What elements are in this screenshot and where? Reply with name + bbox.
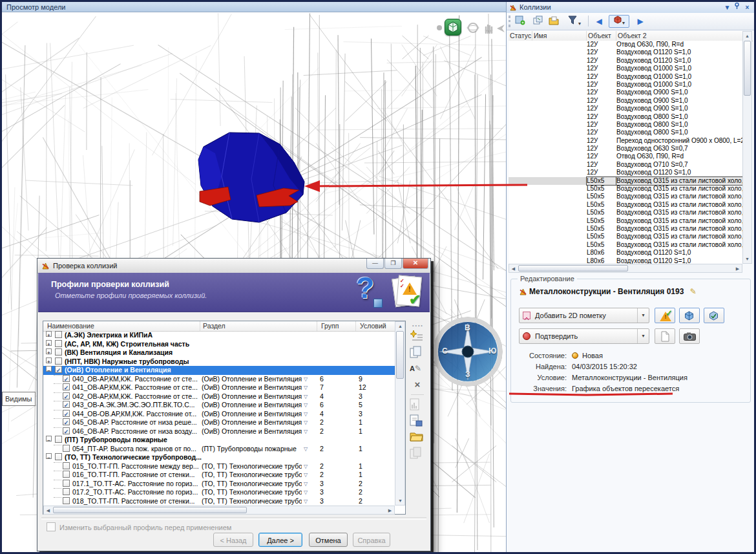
profiles-hscrollbar[interactable]: ◀ ▶	[43, 506, 395, 515]
collision-row[interactable]: Металлоконс12УВоздуховод O1120 S=1,0	[509, 57, 742, 65]
collision-row[interactable]: Металлоконс12УВоздуховод O1000 S=1,0	[509, 73, 742, 81]
modify-profile-checkbox[interactable]: Изменить выбранный профиль перед примене…	[47, 522, 231, 531]
close-button[interactable]: ✕	[403, 259, 428, 269]
col-conditions[interactable]: Условий	[356, 321, 395, 331]
profile-checkbox[interactable]	[55, 357, 62, 365]
collision-row[interactable]: МеталлоконсL50x5Воздуховод O315 из стали…	[509, 193, 742, 200]
profile-checkbox[interactable]	[55, 348, 62, 356]
profile-checkbox[interactable]: ✓	[63, 427, 70, 434]
highlight-all-icon[interactable]: ▾	[609, 15, 629, 28]
profiles-vscrollbar[interactable]: ▲ ▼	[395, 321, 405, 506]
import-profile-icon[interactable]	[410, 447, 425, 461]
profile-checkbox[interactable]: ✓	[63, 401, 70, 408]
profile-group-row[interactable]: +(А.ЭК) Электрика и КИПиА	[43, 331, 395, 340]
col-status[interactable]: Статус	[509, 31, 532, 41]
profile-checkbox[interactable]: ✓	[55, 366, 62, 373]
profile-row[interactable]: ✓043_ОВ-А.ЭК.ЭМ.ЭС.ЭО.ПТ.ВК.ТО.С...(ОиВ)…	[43, 401, 395, 410]
profile-row[interactable]: ✓044_ОВ-ОВ.АР,КМ,КЖ. Расстояние от...(Ои…	[43, 410, 395, 419]
collisions-vscrollbar[interactable]: ▲ ▼	[742, 31, 752, 264]
profile-row[interactable]: ✓040_ОВ-АР,КМ,КЖ. Расстояние от сте...(О…	[43, 375, 395, 384]
collision-row[interactable]: Металлоконс12УОтвод O630, П90, R=d	[509, 41, 742, 48]
cursor-dot-icon[interactable]	[436, 24, 443, 32]
isolate-cube-icon[interactable]	[679, 308, 700, 323]
collision-row[interactable]: Металлоконс12УВоздуховод O1120 S=1,0	[509, 169, 742, 176]
collision-row[interactable]: МеталлоконсL50x5Воздуховод O315 из стали…	[509, 177, 742, 185]
profile-checkbox[interactable]: ✓	[63, 392, 70, 400]
profile-checkbox[interactable]: ✓	[63, 418, 70, 425]
collision-row[interactable]: Металлоконс12УВоздуховод O1120 S=1,0	[509, 48, 742, 56]
add-viewpoint-icon[interactable]	[513, 15, 527, 28]
profile-checkbox[interactable]: ✓	[63, 383, 70, 390]
col-object2[interactable]: Объект 2	[616, 31, 742, 41]
collision-row[interactable]: Металлоконс12УОтвод O630, П90, R=d	[509, 153, 742, 160]
collision-row[interactable]: МеталлоконсL80x6Воздуховод O1120 S=1,0	[509, 257, 742, 264]
collision-row[interactable]: МеталлоконсL80x6Воздуховод O1120 S=1,0	[509, 249, 742, 257]
collision-row[interactable]: Металлоконс12УПереход односторонний O900…	[509, 137, 742, 145]
collision-row[interactable]: МеталлоконсL50x5Воздуховод O315 из стали…	[509, 209, 742, 217]
chevron-down-icon[interactable]: ▾	[637, 308, 649, 323]
profile-row[interactable]: 016_ТО.ТТ-ГП. Расстояние от стенки...(ТО…	[43, 471, 395, 480]
collisions-panel-titlebar[interactable]: Коллизии ▼ ×	[507, 2, 754, 14]
profile-group-row[interactable]: −✓(ОиВ) Отопление и Вентиляция	[43, 366, 395, 375]
minimize-button[interactable]: —	[366, 259, 384, 269]
profile-group-row[interactable]: −(ТО, ТТ) Технологические трубопровод...	[43, 453, 395, 462]
collision-row[interactable]: МеталлоконсL50x5Воздуховод O315 из стали…	[509, 201, 742, 209]
tree-expander-icon[interactable]: +	[46, 340, 52, 346]
navigation-compass[interactable]: В Ю З С	[430, 314, 505, 389]
col-section[interactable]: Раздел	[200, 321, 317, 331]
profile-group-row[interactable]: +(АС, АР, КМ, КЖ) Строительная часть	[43, 340, 395, 349]
tree-expander-icon[interactable]: −	[46, 436, 52, 442]
profile-row[interactable]: 054_ПТ-АР. Высота пож. кранов от по...(П…	[43, 445, 395, 454]
back-button[interactable]: < Назад	[213, 533, 253, 547]
collision-row[interactable]: Металлоконс12УВоздуховод O900 S=1,0	[509, 97, 742, 105]
export-profile-icon[interactable]	[410, 414, 425, 429]
fullnav-wheel-icon[interactable]	[445, 19, 461, 36]
tree-expander-icon[interactable]: −	[46, 366, 52, 372]
next-collision-icon[interactable]: ▶	[633, 15, 647, 28]
profile-checkbox[interactable]	[63, 488, 70, 495]
delete-profile-icon[interactable]: ×	[410, 378, 425, 392]
collision-row[interactable]: Металлоконс12УВоздуховод O800 S=1,0	[509, 113, 742, 121]
profile-row[interactable]: ✓042_ОВ-АР,КМ,КЖ. Расстояние от сте...(О…	[43, 392, 395, 401]
col-name[interactable]: Имя	[532, 31, 587, 41]
profile-group-row[interactable]: +(НПТ, НВК) Наружные трубопроводы	[43, 357, 395, 367]
next-button[interactable]: Далее >	[258, 533, 302, 547]
new-page-icon[interactable]	[655, 328, 675, 344]
profile-checkbox[interactable]	[55, 340, 62, 347]
tree-expander-icon[interactable]: +	[46, 348, 52, 354]
open-folder-icon[interactable]	[410, 431, 425, 445]
profile-checkbox[interactable]	[63, 480, 70, 487]
orbit-icon[interactable]	[467, 21, 479, 34]
profile-checkbox[interactable]: ✓	[63, 410, 70, 417]
collisions-table-header[interactable]: Статус Имя Объект 1 Объект 2	[509, 31, 753, 41]
help-button[interactable]: Справка	[353, 533, 390, 547]
collision-row[interactable]: МеталлоконсL50x5Воздуховод O315 из стали…	[509, 233, 742, 240]
profile-checkbox[interactable]	[55, 331, 62, 338]
profile-group-row[interactable]: +(ВК) Вентиляция и Канализация	[43, 348, 395, 357]
prev-collision-icon[interactable]: ◀	[592, 15, 606, 28]
collision-row[interactable]: МеталлоконсL50x5Воздуховод O315 из стали…	[509, 185, 742, 193]
collisions-hscrollbar[interactable]: ◀ ▶	[509, 264, 742, 273]
profile-row[interactable]: 015_ТО.ТТ-ГП. Расстояние между вер...(ТО…	[43, 462, 395, 471]
toolbar-grip[interactable]: ••••	[412, 323, 426, 328]
maximize-button[interactable]: ❐	[384, 259, 402, 269]
collision-row[interactable]: Металлоконс12УВоздуховод O800 S=1,0	[509, 121, 742, 129]
collision-row[interactable]: Металлоконс12УВоздуховод O630 S=0,7	[509, 145, 742, 153]
profile-row[interactable]: 017.2_ТО.ТТ-АС. Расстояние по гориз...(Т…	[43, 488, 395, 497]
profile-row[interactable]: ✓045_ОВ-АР. Расстояние от низа реше...(О…	[43, 418, 395, 427]
tree-expander-icon[interactable]: −	[46, 453, 52, 459]
toolbar-grip[interactable]	[509, 16, 512, 27]
profile-checkbox[interactable]	[63, 462, 70, 469]
col-groups[interactable]: Групп	[317, 321, 356, 331]
warning-check-icon[interactable]: ✓	[655, 308, 675, 323]
filter-icon[interactable]: ▾	[565, 15, 584, 28]
collision-row[interactable]: Металлоконс12УВоздуховод O900 S=1,0	[509, 105, 742, 112]
copy-profile-icon[interactable]	[410, 346, 425, 360]
profile-group-row[interactable]: −(ПТ) Трубопроводы пожарные	[43, 436, 395, 445]
collision-row[interactable]: МеталлоконсL50x5Воздуховод O315 из стали…	[509, 217, 742, 225]
profile-row[interactable]: ✓041_ОВ-АР,КМ,КЖ. Расстояние от сте...(О…	[43, 383, 395, 392]
collision-row[interactable]: Металлоконс12УВоздуховод O1000 S=1,0	[509, 65, 742, 72]
profile-row[interactable]: ✓046_ОВ-АР. Расстояние от низа возду...(…	[43, 427, 395, 436]
profiles-table-header[interactable]: Наименование Раздел Групп Условий	[43, 321, 395, 332]
collision-row[interactable]: Металлоконс12УВоздуховод O710 S=0,7	[509, 161, 742, 169]
